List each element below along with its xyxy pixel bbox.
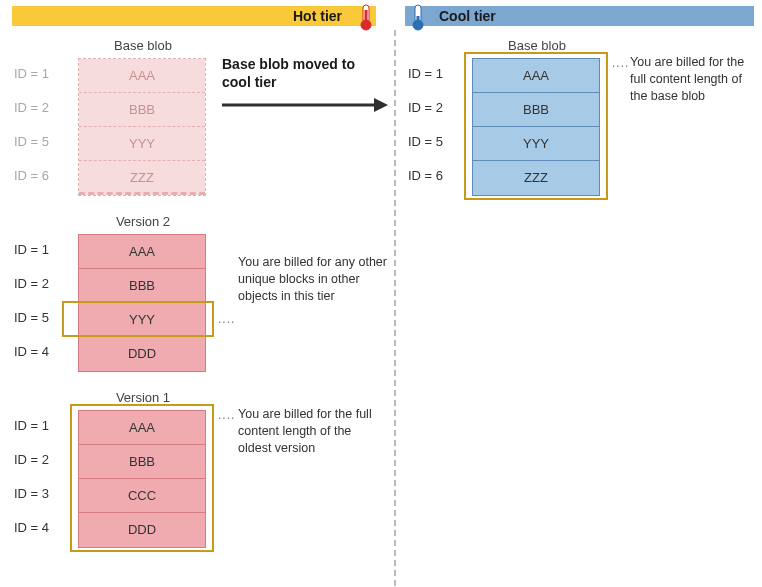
- hot-v2-id-0: ID = 1: [14, 242, 66, 257]
- hot-v2-table: AAA BBB YYY DDD: [78, 234, 206, 372]
- hot-v1-table: AAA BBB CCC DDD: [78, 410, 206, 548]
- cool-base-id-0: ID = 1: [408, 66, 460, 81]
- hot-v1-row: AAA: [79, 411, 205, 445]
- hot-v1-id-0: ID = 1: [14, 418, 66, 433]
- hot-v1-id-3: ID = 4: [14, 520, 66, 535]
- hot-base-title: Base blob: [78, 38, 208, 53]
- hot-base-row: YYY: [79, 127, 205, 161]
- svg-marker-7: [374, 98, 388, 112]
- cool-tier-header: Cool tier: [405, 6, 754, 26]
- tier-divider: [394, 30, 396, 586]
- cool-base-id-2: ID = 5: [408, 134, 460, 149]
- svg-point-2: [361, 20, 371, 30]
- cool-base-row: BBB: [473, 93, 599, 127]
- hot-v2-id-2: ID = 5: [14, 310, 66, 325]
- hot-base-id-0: ID = 1: [14, 66, 66, 81]
- cool-base-id-3: ID = 6: [408, 168, 460, 183]
- leader-dots: ....: [218, 408, 235, 422]
- hot-v1-id-2: ID = 3: [14, 486, 66, 501]
- hot-base-row: AAA: [79, 59, 205, 93]
- hot-v2-row: YYY: [79, 303, 205, 337]
- hot-v1-row: BBB: [79, 445, 205, 479]
- cool-base-row: ZZZ: [473, 161, 599, 195]
- hot-base-row: BBB: [79, 93, 205, 127]
- cool-base-table: AAA BBB YYY ZZZ: [472, 58, 600, 196]
- hot-v1-row: DDD: [79, 513, 205, 547]
- hot-v1-row: CCC: [79, 479, 205, 513]
- hot-v1-id-1: ID = 2: [14, 452, 66, 467]
- move-label: Base blob moved to cool tier: [222, 56, 382, 91]
- hot-v1-title: Version 1: [78, 390, 208, 405]
- note-cool-base: You are billed for the full content leng…: [630, 54, 752, 105]
- leader-dots: ....: [612, 56, 629, 70]
- cool-base-row: AAA: [473, 59, 599, 93]
- cool-base-id-1: ID = 2: [408, 100, 460, 115]
- hot-tier-header: Hot tier: [12, 6, 376, 26]
- hot-base-id-2: ID = 5: [14, 134, 66, 149]
- hot-v2-title: Version 2: [78, 214, 208, 229]
- hot-v2-id-3: ID = 4: [14, 344, 66, 359]
- hot-base-id-1: ID = 2: [14, 100, 66, 115]
- hot-base-row: ZZZ: [79, 161, 205, 195]
- thermometer-cool-icon: [410, 4, 426, 32]
- hot-v2-row: AAA: [79, 235, 205, 269]
- note-v1: You are billed for the full content leng…: [238, 406, 388, 457]
- move-arrow-icon: [222, 94, 388, 114]
- svg-point-5: [413, 20, 423, 30]
- cool-base-title: Base blob: [472, 38, 602, 53]
- hot-v2-id-1: ID = 2: [14, 276, 66, 291]
- hot-base-table: AAA BBB YYY ZZZ: [78, 58, 206, 196]
- hot-v2-row: BBB: [79, 269, 205, 303]
- cool-base-row: YYY: [473, 127, 599, 161]
- hot-v2-row: DDD: [79, 337, 205, 371]
- hot-base-id-3: ID = 6: [14, 168, 66, 183]
- note-v2: You are billed for any other unique bloc…: [238, 254, 388, 305]
- leader-dots: ....: [218, 312, 235, 326]
- thermometer-hot-icon: [358, 4, 374, 32]
